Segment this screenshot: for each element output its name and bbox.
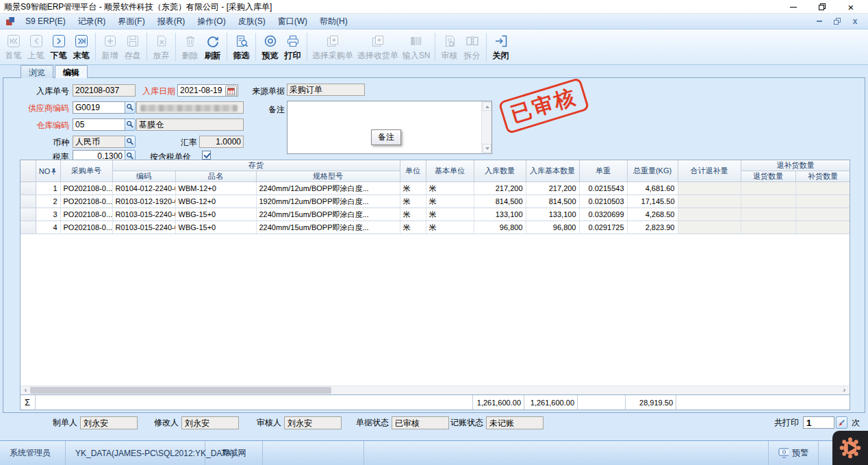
cell-spec[interactable]: 2240mm/15um/BOPP即涂白度... [256,208,400,221]
cell-base-qty[interactable]: 217,200 [526,182,579,195]
cell-unit[interactable]: 米 [400,208,426,221]
horizontal-scrollbar[interactable]: ‹ › [21,386,850,394]
currency-lookup-button[interactable] [125,136,136,148]
cell-base-unit[interactable]: 米 [426,182,474,195]
cell-spec[interactable]: 1920mm/12um/BOPP即涂白度... [256,195,400,208]
col-header-code[interactable]: 编码 [112,171,175,182]
menu-window[interactable]: 窗口(W) [272,15,314,27]
menu-record[interactable]: 记录(R) [72,15,112,27]
minimize-button[interactable] [779,0,808,14]
cell-qty[interactable]: 814,500 [474,195,526,208]
mdi-restore-button[interactable] [832,16,842,26]
cell-total-adjust[interactable] [678,208,741,221]
cell-name[interactable]: WBG-12+0 [175,195,256,208]
col-header-unit-weight[interactable]: 单重 [579,160,627,182]
cell-qty[interactable]: 217,200 [474,182,526,195]
mdi-minimize-button[interactable] [815,16,824,26]
col-header-spec[interactable]: 规格型号 [256,171,400,182]
warehouse-code-field[interactable] [73,118,125,131]
grid-row[interactable]: 3PO202108-0...R0103-015-2240-00WBG-15+02… [21,208,850,221]
col-header-no[interactable]: NO [36,160,60,182]
alert-button[interactable]: 预警 [768,441,819,465]
col-header-po[interactable]: 采购单号 [60,160,112,182]
cell-no[interactable]: 3 [36,208,60,221]
cell-supply-qty[interactable] [795,182,850,195]
print-count-input[interactable] [803,416,834,429]
cell-return-qty[interactable] [741,208,795,221]
col-header-unit[interactable]: 单位 [400,160,426,182]
tab-browse[interactable]: 浏览 [21,65,53,78]
row-selector[interactable] [21,182,36,195]
supplier-lookup-button[interactable] [125,101,136,114]
menu-skin[interactable]: 皮肤(S) [232,15,272,27]
receipt-date-field[interactable]: 2021-08-19 31 [177,84,238,97]
toolbar-print-button[interactable]: 打印 [281,30,304,64]
cell-spec[interactable]: 2240mm/15um/BOPP即涂白度... [256,221,400,234]
cell-spec[interactable]: 2240mm/12um/BOPP即涂白度... [256,182,400,195]
mdi-close-button[interactable]: x [850,16,860,26]
cell-code[interactable]: R0103-015-2240-00 [112,221,175,234]
cell-unit-weight[interactable]: 0.0210503 [579,195,627,208]
cell-return-qty[interactable] [741,195,795,208]
col-header-base-qty[interactable]: 入库基本数量 [526,160,579,182]
cell-code[interactable]: R0103-012-1920-00 [112,195,175,208]
cell-qty[interactable]: 133,100 [474,208,526,221]
scrollbar-thumb[interactable] [30,387,331,394]
cell-unit-weight[interactable]: 0.0320699 [579,208,627,221]
cell-base-unit[interactable]: 米 [426,208,474,221]
menu-interface[interactable]: 界面(F) [112,15,151,27]
cell-code[interactable]: R0104-012-2240-00 [112,182,175,195]
toolbar-filter-button[interactable]: 筛选 [230,30,253,64]
cell-base-qty[interactable]: 96,800 [526,221,579,234]
grid-row[interactable]: 2PO202108-0...R0103-012-1920-00WBG-12+01… [21,195,850,208]
supplier-code-field[interactable] [73,101,125,114]
cell-total-weight[interactable]: 2,823.90 [627,221,678,234]
print-count-spinner[interactable] [836,416,847,429]
toolbar-preview-button[interactable]: 预览 [259,30,281,64]
cell-base-unit[interactable]: 米 [426,195,474,208]
row-selector[interactable] [21,208,36,221]
menu-help[interactable]: 帮助(H) [314,15,354,27]
cell-no[interactable]: 4 [36,221,60,234]
cell-unit[interactable]: 米 [400,221,426,234]
grid-row[interactable]: 1PO202108-0...R0104-012-2240-00WBM-12+02… [21,182,850,195]
cell-name[interactable]: WBG-15+0 [175,208,256,221]
grid-row[interactable]: 4PO202108-0...R0103-015-2240-00WBG-15+02… [21,221,850,234]
col-header-total-weight[interactable]: 总重量(KG) [627,160,678,182]
restore-button[interactable] [808,0,837,14]
cell-base-qty[interactable]: 814,500 [526,195,579,208]
col-header-return-qty[interactable]: 退货数量 [741,171,795,182]
cell-total-adjust[interactable] [678,182,741,195]
toolbar-next-button[interactable]: 下笔 [47,30,70,64]
tab-edit[interactable]: 编辑 [55,65,88,78]
cell-name[interactable]: WBM-12+0 [175,182,256,195]
cell-base-qty[interactable]: 133,100 [526,208,579,221]
menu-operate[interactable]: 操作(O) [191,15,231,27]
tax-included-checkbox[interactable] [202,151,211,160]
cell-code[interactable]: R0103-015-2240-00 [112,208,175,221]
col-header-base-unit[interactable]: 基本单位 [426,160,474,182]
cell-po[interactable]: PO202108-0... [60,195,112,208]
cell-no[interactable]: 2 [36,195,60,208]
col-header-supply-qty[interactable]: 补货数量 [795,171,850,182]
row-selector[interactable] [21,195,36,208]
cell-total-weight[interactable]: 4,268.50 [627,208,678,221]
cell-po[interactable]: PO202108-0... [60,208,112,221]
cell-return-qty[interactable] [741,182,795,195]
cell-unit-weight[interactable]: 0.0291725 [579,221,627,234]
remark-scrollbar[interactable] [481,101,492,153]
cell-supply-qty[interactable] [795,208,850,221]
menu-report[interactable]: 报表(R) [151,15,192,27]
cell-total-adjust[interactable] [678,195,741,208]
col-header-name[interactable]: 品名 [175,171,256,182]
toolbar-refresh-button[interactable]: 刷新 [201,30,224,64]
cell-qty[interactable]: 96,800 [474,221,526,234]
cell-total-weight[interactable]: 17,145.50 [627,195,678,208]
cell-name[interactable]: WBG-15+0 [175,221,256,234]
cell-total-weight[interactable]: 4,681.60 [627,182,678,195]
cell-supply-qty[interactable] [795,195,850,208]
cell-no[interactable]: 1 [36,182,60,195]
col-header-total-adjust[interactable]: 合计退补量 [678,160,741,182]
remark-textarea[interactable] [287,101,492,154]
cell-unit[interactable]: 米 [400,195,426,208]
